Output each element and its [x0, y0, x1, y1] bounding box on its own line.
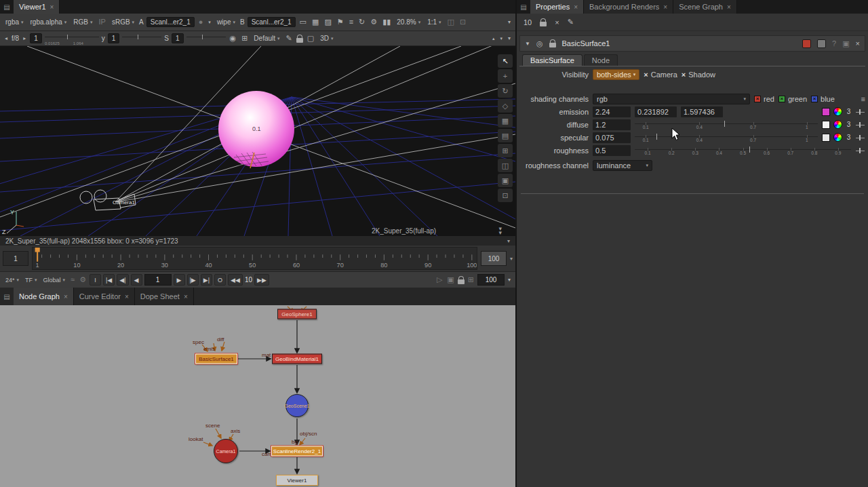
pane-menu-icon[interactable]: ▤ [0, 0, 14, 14]
a-buffer-input[interactable]: Scanl...er2_1 [146, 17, 195, 27]
goto-start-button[interactable]: |◀ [103, 274, 115, 286]
node-color-button[interactable] [802, 39, 811, 48]
tf-dropdown[interactable]: TF▾ [23, 276, 39, 284]
collapse-arrow-icon[interactable]: ▼ [525, 41, 530, 47]
emission-g-field[interactable]: 0.231892 [635, 106, 677, 117]
specular-field[interactable]: 0.075 [593, 132, 631, 143]
emission-slider-icon[interactable] [855, 108, 865, 116]
snap-tool-icon[interactable]: ▣ [498, 174, 513, 187]
wipe-dropdown[interactable]: wipe▾ [215, 18, 237, 26]
specular-color-wheel-icon[interactable] [833, 133, 842, 142]
close-icon[interactable]: × [663, 3, 667, 11]
specular-color-swatch[interactable] [822, 134, 830, 142]
tab-basicsurface[interactable]: BasicSurface [522, 54, 583, 66]
status-collapse-icon[interactable]: ▾ [507, 238, 510, 244]
mask-icon[interactable]: ⊡ [458, 18, 467, 26]
jump-back-button[interactable]: ◀◀ [228, 274, 243, 286]
settings-gear-icon[interactable]: ⚙ [369, 18, 378, 26]
lock-panels-icon[interactable] [540, 22, 547, 26]
range-mode-dropdown[interactable]: Global▾ [41, 276, 68, 284]
node-graph-canvas[interactable]: specdiffemismatsceneaxislookatobj/scnbgc… [0, 305, 515, 487]
tab-node-graph[interactable]: Node Graph × [14, 288, 74, 305]
fstop-label[interactable]: f/8 [12, 35, 19, 42]
green-channel-checkbox[interactable]: × green [778, 95, 807, 103]
node-camera1[interactable]: Camera1 [214, 439, 238, 463]
roughness-slider-icon[interactable] [855, 147, 865, 155]
viewer-lut-dropdown[interactable]: sRGB▾ [110, 18, 136, 26]
diffuse-color-wheel-icon[interactable] [833, 120, 842, 129]
ui-color-button[interactable] [817, 39, 826, 48]
toolbar2-overflow-icon[interactable]: ▾ [507, 36, 512, 41]
refresh-icon[interactable]: ↻ [357, 18, 366, 26]
marquee-icon[interactable]: ▢ [306, 35, 315, 42]
rotate-tool-icon[interactable]: ↻ [498, 84, 513, 98]
node-viewer1[interactable]: Viewer1 [276, 475, 318, 486]
tab-dope-sheet[interactable]: Dope Sheet × [135, 288, 194, 305]
scroll-up-icon[interactable]: ▴ [491, 36, 496, 41]
pane-menu-icon[interactable]: ▤ [517, 0, 530, 14]
guides-icon[interactable]: ≡ [348, 18, 355, 26]
diffuse-color-swatch[interactable] [822, 121, 830, 129]
node-basicsurface1[interactable]: BasicSurface1 [195, 354, 237, 364]
close-icon[interactable]: × [184, 293, 188, 300]
emission-b-field[interactable]: 1.597436 [681, 106, 723, 117]
emission-channels-button[interactable]: 3 [846, 108, 852, 115]
current-frame-field[interactable]: 1 [144, 274, 172, 286]
select-object-tool-icon[interactable]: ▤ [498, 129, 513, 142]
roi-icon[interactable]: ◫ [446, 18, 456, 26]
close-icon[interactable]: × [50, 3, 54, 11]
close-icon[interactable]: × [125, 293, 129, 300]
translate-tool-icon[interactable]: + [498, 69, 513, 83]
input-process-dropdown[interactable]: Default▾ [252, 34, 281, 43]
input-process-toggle[interactable]: IP [98, 18, 107, 26]
tab-node[interactable]: Node [584, 54, 618, 66]
playbar-overflow-icon[interactable]: ▾ [507, 277, 512, 283]
jump-forward-button[interactable]: ▶▶ [254, 274, 269, 286]
stereo-icon[interactable]: ◉ [229, 35, 238, 42]
viewport-collapse-icon[interactable]: ▾▾ [498, 227, 502, 235]
tab-scene-graph[interactable]: Scene Graph × [673, 0, 737, 14]
tab-viewer1[interactable]: Viewer1 × [14, 0, 60, 14]
out-point-button[interactable]: O [214, 274, 226, 286]
cursor-tool-icon[interactable]: ↖ [498, 54, 513, 68]
center-node-icon[interactable]: ◎ [536, 39, 543, 48]
visibility-dropdown[interactable]: both-sides▾ [593, 69, 639, 80]
zoom-dropdown[interactable]: 20.8%▾ [395, 18, 422, 26]
viewport-3d-scene[interactable]: 0.1 Camera1 Y Z 2K_Super_35(full-ap) [0, 46, 515, 236]
specular-channels-button[interactable]: 3 [846, 134, 852, 141]
close-icon[interactable]: × [574, 3, 578, 11]
display-mode-dropdown[interactable]: RGB▾ [71, 18, 94, 26]
next-keyframe-button[interactable]: |▶ [187, 274, 199, 286]
frame-increment-field[interactable]: 10 [245, 276, 252, 284]
pause-icon[interactable]: ▮▮ [381, 18, 392, 26]
playback-mode-icon[interactable]: ▷ [435, 276, 443, 284]
viewer-lock-icon[interactable] [296, 38, 303, 43]
diffuse-field[interactable]: 1.2 [593, 119, 631, 130]
tab-properties[interactable]: Properties × [530, 0, 584, 14]
tab-background-renders[interactable]: Background Renders × [584, 0, 673, 14]
close-panel-icon[interactable]: × [856, 39, 860, 47]
select-face-tool-icon[interactable]: ◫ [498, 159, 513, 172]
view-mode-dropdown[interactable]: 3D▾ [318, 34, 335, 43]
emission-r-field[interactable]: 2.24 [593, 106, 631, 117]
viewport-3d[interactable]: 0.1 Camera1 Y Z 2K_Super_35(full-ap) [0, 46, 515, 236]
float-panel-icon[interactable]: ▣ [842, 39, 849, 48]
a-caret-icon[interactable]: ▾ [207, 20, 212, 24]
fstop-plus-icon[interactable]: ▸ [22, 36, 27, 41]
roughness-slider[interactable]: 0.10.20.30.40.50.60.70.80.9 [635, 144, 851, 157]
camera-checkbox[interactable]: × Camera [644, 71, 677, 79]
shadow-checkbox[interactable]: × Shadow [682, 71, 715, 79]
grid-icon[interactable]: ⊞ [240, 35, 249, 42]
curve-icon[interactable]: ≈ [69, 276, 76, 284]
tab-curve-editor[interactable]: Curve Editor × [74, 288, 135, 305]
gamma-display-icon[interactable]: ✎ [285, 35, 294, 42]
b-buffer-input[interactable]: Scanl...er2_1 [248, 17, 296, 27]
specular-slider-icon[interactable] [855, 134, 865, 142]
diffuse-slider-icon[interactable] [855, 121, 865, 129]
gamma-field[interactable]: 1 [108, 33, 120, 43]
close-icon[interactable]: × [64, 293, 68, 300]
sat-slider[interactable] [186, 33, 226, 45]
blue-channel-checkbox[interactable]: × blue [811, 95, 835, 103]
display-mode-tool-icon[interactable]: ⊡ [498, 189, 513, 202]
node-geoscene1[interactable]: GeoScene1 [285, 394, 309, 417]
